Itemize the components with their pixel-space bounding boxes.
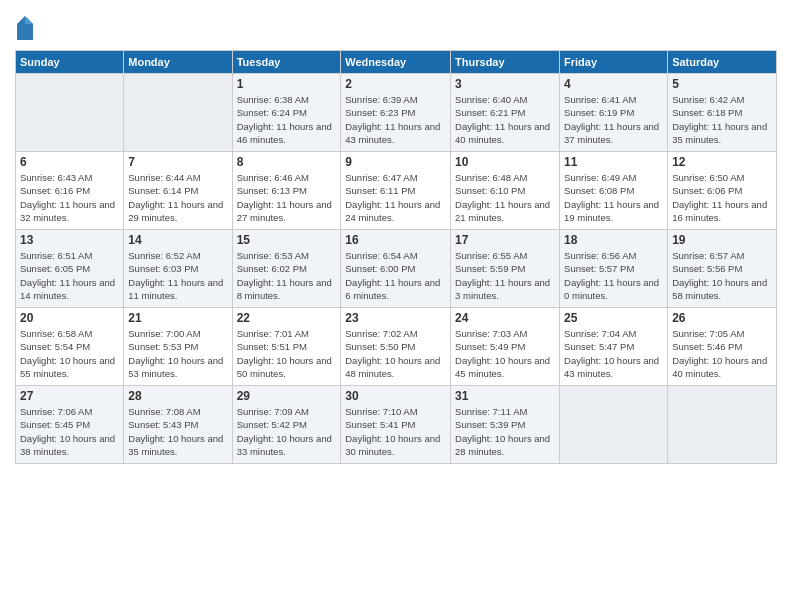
day-number: 1 (237, 77, 337, 91)
day-number: 25 (564, 311, 663, 325)
day-number: 7 (128, 155, 227, 169)
day-info: Sunrise: 7:05 AMSunset: 5:46 PMDaylight:… (672, 327, 772, 380)
calendar-day-cell: 2Sunrise: 6:39 AMSunset: 6:23 PMDaylight… (341, 74, 451, 152)
calendar-day-cell: 27Sunrise: 7:06 AMSunset: 5:45 PMDayligh… (16, 386, 124, 464)
weekday-header-thursday: Thursday (451, 51, 560, 74)
calendar-week-row: 13Sunrise: 6:51 AMSunset: 6:05 PMDayligh… (16, 230, 777, 308)
day-number: 13 (20, 233, 119, 247)
day-number: 30 (345, 389, 446, 403)
calendar-day-cell: 24Sunrise: 7:03 AMSunset: 5:49 PMDayligh… (451, 308, 560, 386)
calendar-day-cell: 21Sunrise: 7:00 AMSunset: 5:53 PMDayligh… (124, 308, 232, 386)
day-number: 6 (20, 155, 119, 169)
calendar-day-cell: 20Sunrise: 6:58 AMSunset: 5:54 PMDayligh… (16, 308, 124, 386)
day-info: Sunrise: 6:41 AMSunset: 6:19 PMDaylight:… (564, 93, 663, 146)
day-number: 8 (237, 155, 337, 169)
calendar-day-cell: 4Sunrise: 6:41 AMSunset: 6:19 PMDaylight… (560, 74, 668, 152)
day-number: 17 (455, 233, 555, 247)
day-number: 21 (128, 311, 227, 325)
calendar-day-cell: 30Sunrise: 7:10 AMSunset: 5:41 PMDayligh… (341, 386, 451, 464)
calendar-table: SundayMondayTuesdayWednesdayThursdayFrid… (15, 50, 777, 464)
day-number: 18 (564, 233, 663, 247)
calendar-day-cell: 19Sunrise: 6:57 AMSunset: 5:56 PMDayligh… (668, 230, 777, 308)
day-info: Sunrise: 6:40 AMSunset: 6:21 PMDaylight:… (455, 93, 555, 146)
day-info: Sunrise: 7:04 AMSunset: 5:47 PMDaylight:… (564, 327, 663, 380)
calendar-container: SundayMondayTuesdayWednesdayThursdayFrid… (0, 0, 792, 612)
calendar-day-cell: 7Sunrise: 6:44 AMSunset: 6:14 PMDaylight… (124, 152, 232, 230)
day-info: Sunrise: 6:57 AMSunset: 5:56 PMDaylight:… (672, 249, 772, 302)
calendar-day-cell: 26Sunrise: 7:05 AMSunset: 5:46 PMDayligh… (668, 308, 777, 386)
calendar-day-cell: 17Sunrise: 6:55 AMSunset: 5:59 PMDayligh… (451, 230, 560, 308)
calendar-day-cell: 14Sunrise: 6:52 AMSunset: 6:03 PMDayligh… (124, 230, 232, 308)
logo-icon (15, 14, 35, 42)
calendar-week-row: 6Sunrise: 6:43 AMSunset: 6:16 PMDaylight… (16, 152, 777, 230)
day-info: Sunrise: 7:01 AMSunset: 5:51 PMDaylight:… (237, 327, 337, 380)
calendar-day-cell: 6Sunrise: 6:43 AMSunset: 6:16 PMDaylight… (16, 152, 124, 230)
calendar-day-cell: 10Sunrise: 6:48 AMSunset: 6:10 PMDayligh… (451, 152, 560, 230)
day-info: Sunrise: 6:46 AMSunset: 6:13 PMDaylight:… (237, 171, 337, 224)
day-number: 23 (345, 311, 446, 325)
calendar-day-cell (124, 74, 232, 152)
day-info: Sunrise: 7:06 AMSunset: 5:45 PMDaylight:… (20, 405, 119, 458)
calendar-day-cell: 16Sunrise: 6:54 AMSunset: 6:00 PMDayligh… (341, 230, 451, 308)
day-info: Sunrise: 6:42 AMSunset: 6:18 PMDaylight:… (672, 93, 772, 146)
svg-marker-1 (25, 16, 33, 24)
weekday-header-sunday: Sunday (16, 51, 124, 74)
day-info: Sunrise: 7:02 AMSunset: 5:50 PMDaylight:… (345, 327, 446, 380)
day-info: Sunrise: 6:48 AMSunset: 6:10 PMDaylight:… (455, 171, 555, 224)
weekday-header-wednesday: Wednesday (341, 51, 451, 74)
weekday-header-saturday: Saturday (668, 51, 777, 74)
day-number: 14 (128, 233, 227, 247)
day-number: 9 (345, 155, 446, 169)
calendar-day-cell: 8Sunrise: 6:46 AMSunset: 6:13 PMDaylight… (232, 152, 341, 230)
day-number: 26 (672, 311, 772, 325)
calendar-day-cell: 22Sunrise: 7:01 AMSunset: 5:51 PMDayligh… (232, 308, 341, 386)
day-info: Sunrise: 6:44 AMSunset: 6:14 PMDaylight:… (128, 171, 227, 224)
day-number: 27 (20, 389, 119, 403)
day-info: Sunrise: 7:10 AMSunset: 5:41 PMDaylight:… (345, 405, 446, 458)
day-number: 2 (345, 77, 446, 91)
calendar-day-cell: 31Sunrise: 7:11 AMSunset: 5:39 PMDayligh… (451, 386, 560, 464)
day-info: Sunrise: 7:11 AMSunset: 5:39 PMDaylight:… (455, 405, 555, 458)
day-info: Sunrise: 7:08 AMSunset: 5:43 PMDaylight:… (128, 405, 227, 458)
day-number: 16 (345, 233, 446, 247)
day-info: Sunrise: 7:09 AMSunset: 5:42 PMDaylight:… (237, 405, 337, 458)
day-number: 11 (564, 155, 663, 169)
day-number: 15 (237, 233, 337, 247)
calendar-week-row: 27Sunrise: 7:06 AMSunset: 5:45 PMDayligh… (16, 386, 777, 464)
calendar-day-cell: 29Sunrise: 7:09 AMSunset: 5:42 PMDayligh… (232, 386, 341, 464)
day-info: Sunrise: 6:55 AMSunset: 5:59 PMDaylight:… (455, 249, 555, 302)
calendar-day-cell: 9Sunrise: 6:47 AMSunset: 6:11 PMDaylight… (341, 152, 451, 230)
weekday-header-monday: Monday (124, 51, 232, 74)
calendar-day-cell: 11Sunrise: 6:49 AMSunset: 6:08 PMDayligh… (560, 152, 668, 230)
weekday-header-friday: Friday (560, 51, 668, 74)
day-info: Sunrise: 6:43 AMSunset: 6:16 PMDaylight:… (20, 171, 119, 224)
weekday-header-row: SundayMondayTuesdayWednesdayThursdayFrid… (16, 51, 777, 74)
calendar-day-cell (668, 386, 777, 464)
calendar-day-cell (16, 74, 124, 152)
day-info: Sunrise: 6:39 AMSunset: 6:23 PMDaylight:… (345, 93, 446, 146)
day-number: 4 (564, 77, 663, 91)
day-info: Sunrise: 6:51 AMSunset: 6:05 PMDaylight:… (20, 249, 119, 302)
calendar-day-cell (560, 386, 668, 464)
calendar-week-row: 20Sunrise: 6:58 AMSunset: 5:54 PMDayligh… (16, 308, 777, 386)
day-info: Sunrise: 6:47 AMSunset: 6:11 PMDaylight:… (345, 171, 446, 224)
day-number: 28 (128, 389, 227, 403)
day-number: 20 (20, 311, 119, 325)
day-info: Sunrise: 6:38 AMSunset: 6:24 PMDaylight:… (237, 93, 337, 146)
calendar-day-cell: 23Sunrise: 7:02 AMSunset: 5:50 PMDayligh… (341, 308, 451, 386)
calendar-day-cell: 28Sunrise: 7:08 AMSunset: 5:43 PMDayligh… (124, 386, 232, 464)
day-info: Sunrise: 6:52 AMSunset: 6:03 PMDaylight:… (128, 249, 227, 302)
calendar-day-cell: 25Sunrise: 7:04 AMSunset: 5:47 PMDayligh… (560, 308, 668, 386)
day-number: 10 (455, 155, 555, 169)
day-info: Sunrise: 6:49 AMSunset: 6:08 PMDaylight:… (564, 171, 663, 224)
calendar-day-cell: 15Sunrise: 6:53 AMSunset: 6:02 PMDayligh… (232, 230, 341, 308)
day-number: 3 (455, 77, 555, 91)
logo (15, 14, 37, 42)
calendar-day-cell: 1Sunrise: 6:38 AMSunset: 6:24 PMDaylight… (232, 74, 341, 152)
calendar-day-cell: 5Sunrise: 6:42 AMSunset: 6:18 PMDaylight… (668, 74, 777, 152)
day-number: 22 (237, 311, 337, 325)
day-number: 12 (672, 155, 772, 169)
day-number: 5 (672, 77, 772, 91)
header (15, 10, 777, 42)
calendar-day-cell: 12Sunrise: 6:50 AMSunset: 6:06 PMDayligh… (668, 152, 777, 230)
